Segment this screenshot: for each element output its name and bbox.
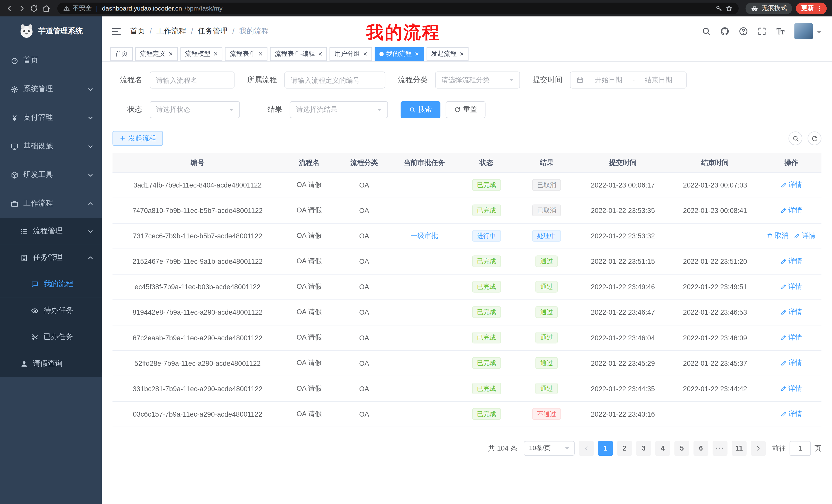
filter-select[interactable]: 请选择流程分类 — [435, 72, 520, 89]
breadcrumb-item[interactable]: 首页 — [130, 26, 145, 36]
status-tag: 已完成 — [472, 383, 501, 394]
detail-link[interactable]: 详情 — [780, 257, 802, 266]
create-process-button[interactable]: 发起流程 — [113, 131, 163, 146]
avatar[interactable] — [795, 23, 813, 39]
close-icon[interactable]: × — [169, 50, 173, 57]
sidebar-item-8[interactable]: 任务管理 — [0, 244, 102, 271]
filter-select[interactable]: 请选择状态 — [150, 101, 240, 118]
filter-select[interactable]: 请选择流结果 — [290, 101, 388, 118]
close-icon[interactable]: × — [258, 50, 262, 57]
forward-icon[interactable] — [18, 4, 26, 12]
annotation-title: 我的流程 — [366, 21, 440, 45]
filter-text-field[interactable] — [156, 76, 228, 84]
filter-daterange[interactable]: 开始日期-结束日期 — [570, 72, 687, 89]
tab-1[interactable]: 首页 — [110, 47, 133, 61]
pagination-page-11[interactable]: 11 — [732, 441, 747, 455]
filter-input[interactable] — [150, 72, 234, 89]
sidebar-item-3[interactable]: 支付管理 — [0, 103, 102, 132]
pagination-page-2[interactable]: 2 — [617, 441, 632, 455]
sidebar-item-6[interactable]: 工作流程 — [0, 189, 102, 218]
update-button[interactable]: 更新 — [796, 2, 827, 14]
result-tag: 通过 — [536, 281, 558, 292]
tab-8[interactable]: 发起流程× — [426, 47, 468, 61]
sidebar-item-1[interactable]: 首页 — [0, 46, 102, 75]
sidebar-item-5[interactable]: 研发工具 — [0, 161, 102, 189]
back-icon[interactable] — [5, 4, 14, 12]
sidebar-item-2[interactable]: 系统管理 — [0, 75, 102, 103]
refresh-icon — [811, 135, 818, 142]
search-button[interactable]: 搜索 — [400, 101, 440, 118]
filter-input[interactable] — [284, 72, 385, 89]
close-icon[interactable]: × — [415, 50, 419, 57]
sidebar-item-11[interactable]: 已办任务 — [0, 324, 102, 351]
goto-page-input[interactable] — [789, 441, 811, 455]
detail-link[interactable]: 详情 — [780, 333, 802, 342]
tab-4[interactable]: 流程表单× — [225, 47, 267, 61]
fullscreen-icon[interactable] — [757, 26, 767, 36]
refresh-icon — [454, 107, 461, 113]
cancel-link[interactable]: 取消 — [767, 231, 789, 241]
pagination-page-5[interactable]: 5 — [674, 441, 689, 455]
sidebar-item-7[interactable]: 流程管理 — [0, 218, 102, 244]
detail-link[interactable]: 详情 — [780, 384, 802, 393]
detail-link[interactable]: 详情 — [780, 180, 802, 190]
detail-link[interactable]: 详情 — [780, 282, 802, 291]
tab-6[interactable]: 用户分组× — [330, 47, 372, 61]
pagination-page-3[interactable]: 3 — [636, 441, 651, 455]
detail-link[interactable]: 详情 — [780, 205, 802, 215]
tab-2[interactable]: 流程定义× — [135, 47, 177, 61]
sidebar-item-label: 待办任务 — [44, 306, 73, 315]
sidebar-item-10[interactable]: 待办任务 — [0, 297, 102, 324]
pagination-page-4[interactable]: 4 — [655, 441, 670, 455]
cell-id: ec45f38f-7b9a-11ec-b03b-acde48001122 — [113, 274, 283, 300]
pagination-more-button[interactable]: ··· — [713, 441, 728, 455]
filter-text-field[interactable] — [291, 76, 379, 84]
search-icon[interactable] — [701, 26, 711, 36]
chevron-down-icon — [88, 86, 94, 92]
close-icon[interactable]: × — [460, 50, 464, 57]
current-task-link[interactable]: 一级审批 — [411, 231, 438, 241]
breadcrumb-item[interactable]: 工作流程 — [157, 26, 186, 36]
sidebar-item-12[interactable]: 请假查询 — [0, 351, 102, 377]
close-icon[interactable]: × — [214, 50, 218, 57]
page-size-select[interactable]: 10条/页 — [524, 441, 575, 455]
address-bar[interactable]: 不安全 | dashboard.yudao.iocoder.cn/bpm/tas… — [57, 2, 739, 14]
goto-label: 前往 — [772, 443, 786, 453]
key-icon[interactable] — [715, 5, 723, 12]
pagination-page-6[interactable]: 6 — [694, 441, 708, 455]
browser-menu-icon[interactable] — [815, 5, 823, 12]
reload-icon[interactable] — [30, 4, 38, 12]
table-row: 2152467e-7b9b-11ec-9a1b-acde48001122OA 请… — [113, 249, 822, 274]
github-icon[interactable] — [720, 26, 730, 36]
breadcrumb-item[interactable]: 任务管理 — [198, 26, 228, 36]
detail-link[interactable]: 详情 — [780, 358, 802, 368]
tab-3[interactable]: 流程模型× — [180, 47, 223, 61]
sidebar-item-9[interactable]: 我的流程 — [0, 271, 102, 297]
status-tag: 进行中 — [472, 230, 501, 242]
help-icon[interactable] — [739, 26, 748, 36]
star-icon[interactable] — [725, 5, 733, 12]
home-icon[interactable] — [42, 4, 50, 12]
content: 流程名所属流程流程分类请选择流程分类提交时间开始日期-结束日期 状态请选择状态结… — [102, 62, 832, 504]
pagination-next-button[interactable] — [751, 441, 766, 455]
detail-link[interactable]: 详情 — [794, 231, 816, 241]
close-icon[interactable]: × — [318, 50, 322, 57]
pagination-page-1[interactable]: 1 — [598, 441, 613, 455]
sidebar-item-4[interactable]: 基础设施 — [0, 132, 102, 161]
detail-link[interactable]: 详情 — [780, 307, 802, 317]
detail-link[interactable]: 详情 — [780, 409, 802, 419]
my-process-icon — [31, 280, 39, 288]
reset-button[interactable]: 重置 — [446, 101, 486, 118]
pagination-prev-button[interactable] — [579, 441, 594, 455]
font-size-icon[interactable] — [776, 26, 785, 36]
toggle-search-button[interactable] — [788, 132, 802, 145]
caret-down-icon[interactable] — [817, 31, 822, 36]
tab-5[interactable]: 流程表单-编辑× — [270, 47, 327, 61]
logo[interactable]: 芋道管理系统 — [0, 17, 102, 46]
cell-current-task — [393, 325, 457, 351]
cell-category: OA — [336, 401, 393, 427]
hamburger-icon[interactable] — [111, 26, 121, 36]
tab-7[interactable]: 我的流程× — [374, 47, 424, 61]
refresh-table-button[interactable] — [808, 132, 822, 145]
close-icon[interactable]: × — [363, 50, 367, 57]
